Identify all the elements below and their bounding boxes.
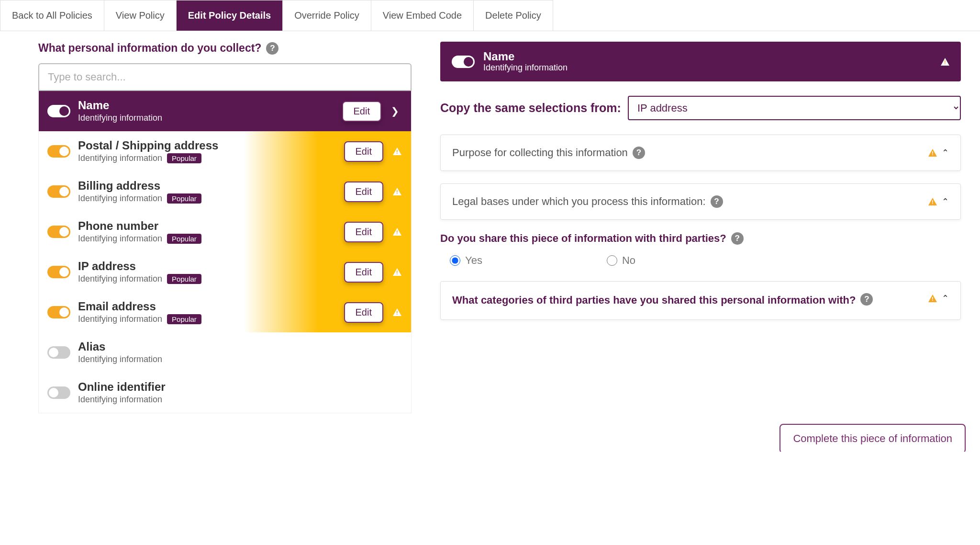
popular-badge: Popular: [167, 314, 201, 324]
radio-yes[interactable]: Yes: [450, 254, 482, 267]
warning-icon[interactable]: [928, 295, 937, 302]
toggle-switch[interactable]: [47, 386, 70, 399]
list-item-title: IP address: [78, 260, 344, 272]
list-item[interactable]: Email address Identifying information Po…: [39, 292, 411, 332]
list-item[interactable]: Name Identifying information Edit ❯: [39, 91, 411, 131]
radio-yes-input[interactable]: [450, 255, 460, 266]
panel-label: What categories of third parties have yo…: [452, 293, 856, 308]
toggle-switch[interactable]: [47, 185, 70, 198]
list-item-sub: Identifying information: [78, 395, 401, 405]
list-item-title: Alias: [78, 341, 401, 353]
list-item[interactable]: Phone number Identifying information Pop…: [39, 212, 411, 252]
search-input[interactable]: [38, 63, 412, 91]
popular-badge: Popular: [167, 153, 201, 163]
panel-legal-bases[interactable]: Legal bases under which you process this…: [440, 183, 961, 220]
info-list: Name Identifying information Edit ❯ Post…: [38, 91, 412, 413]
list-item-sub: Identifying information Popular: [78, 234, 344, 244]
tab-view-policy[interactable]: View Policy: [104, 0, 177, 31]
toggle-switch[interactable]: [47, 346, 70, 359]
toggle-switch[interactable]: [47, 226, 70, 238]
popular-badge: Popular: [167, 234, 201, 244]
list-item-title: Online identifier: [78, 381, 401, 393]
warning-icon[interactable]: [393, 268, 401, 276]
warning-icon[interactable]: [928, 149, 937, 157]
list-item-title: Phone number: [78, 220, 344, 232]
radio-no[interactable]: No: [607, 254, 635, 267]
copy-from-label: Copy the same selections from:: [440, 101, 621, 115]
list-item-title: Name: [78, 99, 342, 112]
edit-button[interactable]: Edit: [344, 222, 383, 242]
list-item[interactable]: Billing address Identifying information …: [39, 171, 411, 212]
list-item-sub: Identifying information Popular: [78, 274, 344, 284]
help-icon[interactable]: ?: [731, 232, 744, 245]
help-icon[interactable]: ?: [860, 293, 873, 306]
warning-icon[interactable]: [393, 308, 401, 316]
chevron-up-icon[interactable]: ⌃: [942, 293, 949, 304]
chevron-up-icon[interactable]: ⌃: [942, 148, 949, 158]
panel-purpose[interactable]: Purpose for collecting this information …: [440, 135, 961, 171]
help-icon[interactable]: ?: [711, 195, 723, 208]
popular-badge: Popular: [167, 193, 201, 204]
edit-button[interactable]: Edit: [344, 302, 383, 323]
section-title: What personal information do you collect…: [38, 42, 412, 55]
list-item-title: Postal / Shipping address: [78, 139, 344, 152]
popular-badge: Popular: [167, 274, 201, 284]
list-item-sub: Identifying information Popular: [78, 193, 344, 204]
list-item-sub: Identifying information: [78, 113, 342, 123]
edit-button[interactable]: Edit: [344, 141, 383, 162]
chevron-right-icon[interactable]: ❯: [388, 105, 401, 117]
radio-no-input[interactable]: [607, 255, 617, 266]
copy-from-select[interactable]: IP address: [628, 96, 961, 120]
warning-icon[interactable]: [393, 188, 401, 195]
help-icon[interactable]: ?: [266, 42, 278, 55]
tab-override-policy[interactable]: Override Policy: [283, 0, 371, 31]
warning-icon[interactable]: [393, 148, 401, 155]
toggle-switch[interactable]: [47, 306, 70, 318]
detail-subtitle: Identifying information: [483, 63, 568, 73]
chevron-up-icon[interactable]: ⌃: [942, 196, 949, 207]
toggle-switch[interactable]: [47, 145, 70, 158]
detail-header: Name Identifying information: [440, 42, 961, 81]
complete-button[interactable]: Complete this piece of information: [780, 424, 966, 452]
share-third-parties-question: Do you share this piece of information w…: [440, 232, 961, 245]
warning-icon[interactable]: [928, 198, 937, 205]
edit-button[interactable]: Edit: [344, 262, 383, 283]
panel-label: Purpose for collecting this information: [452, 147, 628, 159]
list-item[interactable]: Alias Identifying information: [39, 332, 411, 373]
tab-view-embed-code[interactable]: View Embed Code: [371, 0, 474, 31]
detail-title: Name: [483, 50, 568, 63]
help-icon[interactable]: ?: [633, 147, 645, 159]
edit-button[interactable]: Edit: [344, 182, 383, 202]
toggle-switch[interactable]: [452, 56, 475, 68]
list-item-title: Email address: [78, 300, 344, 313]
tab-bar: Back to All Policies View Policy Edit Po…: [0, 0, 980, 31]
warning-icon[interactable]: [393, 228, 401, 236]
panel-label: Legal bases under which you process this…: [452, 195, 706, 208]
tab-edit-policy-details[interactable]: Edit Policy Details: [177, 0, 283, 31]
warning-icon[interactable]: [941, 58, 949, 66]
list-item-title: Billing address: [78, 180, 344, 192]
toggle-switch[interactable]: [47, 105, 70, 117]
list-item[interactable]: Online identifier Identifying informatio…: [39, 373, 411, 413]
section-title-text: What personal information do you collect…: [38, 42, 261, 55]
list-item-sub: Identifying information Popular: [78, 153, 344, 163]
tab-delete-policy[interactable]: Delete Policy: [474, 0, 553, 31]
list-item[interactable]: IP address Identifying information Popul…: [39, 252, 411, 292]
edit-button[interactable]: Edit: [342, 101, 381, 122]
toggle-switch[interactable]: [47, 266, 70, 278]
panel-third-party-categories[interactable]: What categories of third parties have yo…: [440, 281, 961, 320]
list-item-sub: Identifying information: [78, 354, 401, 364]
list-item[interactable]: Postal / Shipping address Identifying in…: [39, 131, 411, 171]
tab-back-to-all-policies[interactable]: Back to All Policies: [0, 0, 104, 31]
list-item-sub: Identifying information Popular: [78, 314, 344, 324]
